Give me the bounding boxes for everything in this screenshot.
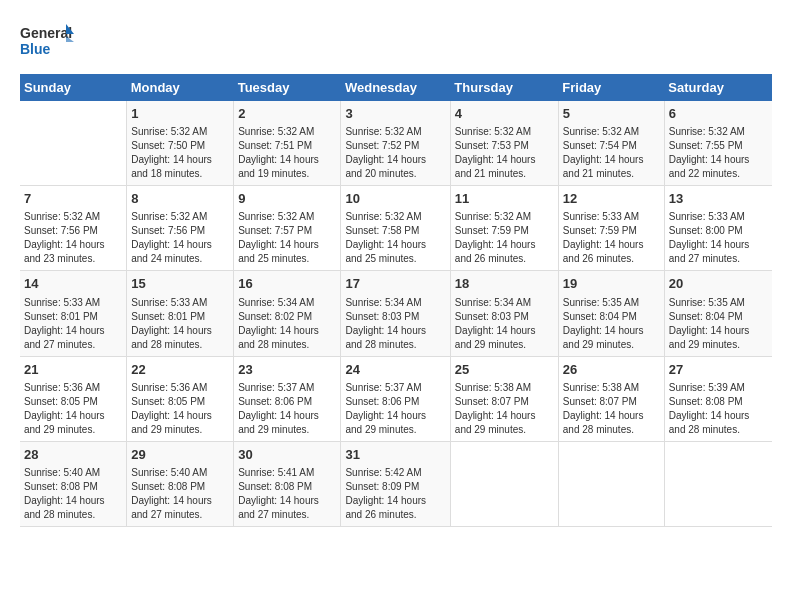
calendar-cell: 4Sunrise: 5:32 AM Sunset: 7:53 PM Daylig… [450,101,558,186]
header-day-thursday: Thursday [450,74,558,101]
day-number: 16 [238,275,336,293]
day-number: 27 [669,361,768,379]
day-number: 8 [131,190,229,208]
cell-details: Sunrise: 5:35 AM Sunset: 8:04 PM Dayligh… [563,296,660,352]
header: General Blue [20,20,772,64]
cell-details: Sunrise: 5:39 AM Sunset: 8:08 PM Dayligh… [669,381,768,437]
calendar-cell: 15Sunrise: 5:33 AM Sunset: 8:01 PM Dayli… [127,271,234,356]
day-number: 24 [345,361,445,379]
day-number: 23 [238,361,336,379]
cell-details: Sunrise: 5:32 AM Sunset: 7:59 PM Dayligh… [455,210,554,266]
calendar-cell [664,441,772,526]
day-number: 21 [24,361,122,379]
cell-details: Sunrise: 5:34 AM Sunset: 8:02 PM Dayligh… [238,296,336,352]
calendar-cell: 21Sunrise: 5:36 AM Sunset: 8:05 PM Dayli… [20,356,127,441]
cell-details: Sunrise: 5:33 AM Sunset: 8:01 PM Dayligh… [131,296,229,352]
cell-details: Sunrise: 5:37 AM Sunset: 8:06 PM Dayligh… [345,381,445,437]
cell-details: Sunrise: 5:40 AM Sunset: 8:08 PM Dayligh… [24,466,122,522]
day-number: 30 [238,446,336,464]
calendar-table: SundayMondayTuesdayWednesdayThursdayFrid… [20,74,772,527]
header-day-tuesday: Tuesday [234,74,341,101]
day-number: 9 [238,190,336,208]
day-number: 7 [24,190,122,208]
calendar-cell: 18Sunrise: 5:34 AM Sunset: 8:03 PM Dayli… [450,271,558,356]
calendar-cell: 6Sunrise: 5:32 AM Sunset: 7:55 PM Daylig… [664,101,772,186]
calendar-cell: 25Sunrise: 5:38 AM Sunset: 8:07 PM Dayli… [450,356,558,441]
calendar-cell [558,441,664,526]
calendar-cell: 14Sunrise: 5:33 AM Sunset: 8:01 PM Dayli… [20,271,127,356]
calendar-cell: 20Sunrise: 5:35 AM Sunset: 8:04 PM Dayli… [664,271,772,356]
calendar-cell: 23Sunrise: 5:37 AM Sunset: 8:06 PM Dayli… [234,356,341,441]
day-number: 6 [669,105,768,123]
calendar-cell: 7Sunrise: 5:32 AM Sunset: 7:56 PM Daylig… [20,186,127,271]
svg-text:Blue: Blue [20,41,51,57]
logo-svg: General Blue [20,20,75,64]
day-number: 5 [563,105,660,123]
day-number: 13 [669,190,768,208]
calendar-cell: 27Sunrise: 5:39 AM Sunset: 8:08 PM Dayli… [664,356,772,441]
cell-details: Sunrise: 5:34 AM Sunset: 8:03 PM Dayligh… [345,296,445,352]
calendar-cell [450,441,558,526]
calendar-cell: 12Sunrise: 5:33 AM Sunset: 7:59 PM Dayli… [558,186,664,271]
calendar-cell: 22Sunrise: 5:36 AM Sunset: 8:05 PM Dayli… [127,356,234,441]
calendar-cell: 11Sunrise: 5:32 AM Sunset: 7:59 PM Dayli… [450,186,558,271]
calendar-cell: 13Sunrise: 5:33 AM Sunset: 8:00 PM Dayli… [664,186,772,271]
calendar-week-row: 28Sunrise: 5:40 AM Sunset: 8:08 PM Dayli… [20,441,772,526]
day-number: 28 [24,446,122,464]
calendar-cell: 30Sunrise: 5:41 AM Sunset: 8:08 PM Dayli… [234,441,341,526]
calendar-cell: 29Sunrise: 5:40 AM Sunset: 8:08 PM Dayli… [127,441,234,526]
cell-details: Sunrise: 5:36 AM Sunset: 8:05 PM Dayligh… [131,381,229,437]
cell-details: Sunrise: 5:35 AM Sunset: 8:04 PM Dayligh… [669,296,768,352]
calendar-cell: 31Sunrise: 5:42 AM Sunset: 8:09 PM Dayli… [341,441,450,526]
cell-details: Sunrise: 5:34 AM Sunset: 8:03 PM Dayligh… [455,296,554,352]
cell-details: Sunrise: 5:32 AM Sunset: 7:52 PM Dayligh… [345,125,445,181]
calendar-cell: 10Sunrise: 5:32 AM Sunset: 7:58 PM Dayli… [341,186,450,271]
cell-details: Sunrise: 5:32 AM Sunset: 7:56 PM Dayligh… [131,210,229,266]
calendar-cell: 17Sunrise: 5:34 AM Sunset: 8:03 PM Dayli… [341,271,450,356]
calendar-cell: 2Sunrise: 5:32 AM Sunset: 7:51 PM Daylig… [234,101,341,186]
day-number: 1 [131,105,229,123]
day-number: 10 [345,190,445,208]
calendar-week-row: 1Sunrise: 5:32 AM Sunset: 7:50 PM Daylig… [20,101,772,186]
cell-details: Sunrise: 5:32 AM Sunset: 7:57 PM Dayligh… [238,210,336,266]
calendar-cell: 5Sunrise: 5:32 AM Sunset: 7:54 PM Daylig… [558,101,664,186]
calendar-cell: 26Sunrise: 5:38 AM Sunset: 8:07 PM Dayli… [558,356,664,441]
calendar-week-row: 21Sunrise: 5:36 AM Sunset: 8:05 PM Dayli… [20,356,772,441]
calendar-cell: 28Sunrise: 5:40 AM Sunset: 8:08 PM Dayli… [20,441,127,526]
header-day-saturday: Saturday [664,74,772,101]
cell-details: Sunrise: 5:33 AM Sunset: 8:00 PM Dayligh… [669,210,768,266]
cell-details: Sunrise: 5:33 AM Sunset: 7:59 PM Dayligh… [563,210,660,266]
cell-details: Sunrise: 5:38 AM Sunset: 8:07 PM Dayligh… [455,381,554,437]
day-number: 26 [563,361,660,379]
calendar-cell: 8Sunrise: 5:32 AM Sunset: 7:56 PM Daylig… [127,186,234,271]
cell-details: Sunrise: 5:32 AM Sunset: 7:56 PM Dayligh… [24,210,122,266]
header-day-sunday: Sunday [20,74,127,101]
cell-details: Sunrise: 5:38 AM Sunset: 8:07 PM Dayligh… [563,381,660,437]
cell-details: Sunrise: 5:36 AM Sunset: 8:05 PM Dayligh… [24,381,122,437]
cell-details: Sunrise: 5:32 AM Sunset: 7:53 PM Dayligh… [455,125,554,181]
cell-details: Sunrise: 5:32 AM Sunset: 7:54 PM Dayligh… [563,125,660,181]
calendar-week-row: 7Sunrise: 5:32 AM Sunset: 7:56 PM Daylig… [20,186,772,271]
calendar-cell [20,101,127,186]
day-number: 14 [24,275,122,293]
calendar-cell: 19Sunrise: 5:35 AM Sunset: 8:04 PM Dayli… [558,271,664,356]
day-number: 29 [131,446,229,464]
day-number: 20 [669,275,768,293]
cell-details: Sunrise: 5:37 AM Sunset: 8:06 PM Dayligh… [238,381,336,437]
calendar-header-row: SundayMondayTuesdayWednesdayThursdayFrid… [20,74,772,101]
day-number: 22 [131,361,229,379]
calendar-cell: 9Sunrise: 5:32 AM Sunset: 7:57 PM Daylig… [234,186,341,271]
calendar-cell: 16Sunrise: 5:34 AM Sunset: 8:02 PM Dayli… [234,271,341,356]
day-number: 31 [345,446,445,464]
calendar-cell: 24Sunrise: 5:37 AM Sunset: 8:06 PM Dayli… [341,356,450,441]
day-number: 17 [345,275,445,293]
calendar-week-row: 14Sunrise: 5:33 AM Sunset: 8:01 PM Dayli… [20,271,772,356]
header-day-friday: Friday [558,74,664,101]
day-number: 25 [455,361,554,379]
cell-details: Sunrise: 5:41 AM Sunset: 8:08 PM Dayligh… [238,466,336,522]
svg-text:General: General [20,25,72,41]
day-number: 12 [563,190,660,208]
day-number: 15 [131,275,229,293]
cell-details: Sunrise: 5:33 AM Sunset: 8:01 PM Dayligh… [24,296,122,352]
day-number: 2 [238,105,336,123]
